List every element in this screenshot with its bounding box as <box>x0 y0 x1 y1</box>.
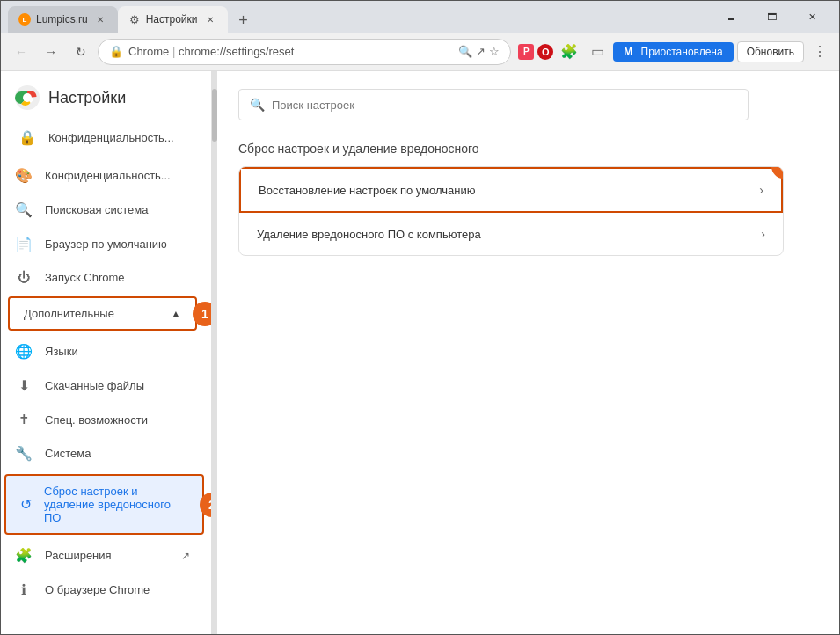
restore-arrow-icon: › <box>759 183 763 197</box>
sidebar-item-reset[interactable]: ↺ Сброс настроек и удаление вредоносного… <box>4 474 204 535</box>
advanced-label: Дополнительные <box>24 307 114 320</box>
external-link-icon: ↗ <box>181 550 190 562</box>
sidebar-item-extensions[interactable]: 🧩 Расширения ↗ <box>1 538 204 573</box>
sidebar-title: Настройки <box>48 89 126 107</box>
tab-favicon-lumpics: L <box>18 13 31 26</box>
profile-button[interactable]: M Приостановлена <box>613 42 733 62</box>
chrome-logo-icon <box>15 85 40 110</box>
sidebar-item-accessibility[interactable]: ✝ Спец. возможности <box>1 403 204 436</box>
menu-icon[interactable]: ⋮ <box>807 40 832 64</box>
tab-title-settings: Настройки <box>146 13 198 26</box>
appearance-icon: 🎨 <box>15 167 33 184</box>
sidebar-scrollbar[interactable] <box>212 71 217 634</box>
maximize-button[interactable]: 🗖 <box>751 1 792 33</box>
sidebar-item-search[interactable]: 🔍 Поисковая система <box>1 193 204 227</box>
privacy-icon: 🔒 <box>18 129 36 146</box>
accessibility-icon: ✝ <box>15 412 33 427</box>
settings-row-malware[interactable]: Удаление вредоносного ПО с компьютера › <box>239 213 783 255</box>
sidebar-item-startup[interactable]: ⏻ Запуск Chrome <box>1 261 204 293</box>
tab-lumpics[interactable]: L Lumpics.ru ✕ <box>8 6 118 33</box>
share-icon[interactable]: ↗ <box>476 45 486 58</box>
sidebar-item-languages[interactable]: 🌐 Языки <box>1 334 204 369</box>
main-layout: Настройки 🔒 Конфиденциальность... 🎨 Конф… <box>1 71 839 634</box>
content-section-title: Сброс настроек и удаление вредоносного <box>238 142 818 156</box>
downloads-icon: ⬇ <box>15 377 33 394</box>
minimize-button[interactable]: 🗕 <box>711 1 751 33</box>
sidebar-item-downloads[interactable]: ⬇ Скачанные файлы <box>1 369 204 403</box>
sidebar-item-browser[interactable]: 📄 Браузер по умолчанию <box>1 227 204 261</box>
row1-wrapper: Восстановление настроек по умолчанию › 3 <box>239 167 783 213</box>
profile-letter: M <box>624 46 632 58</box>
privacy-label: Конфиденциальность... <box>48 131 174 144</box>
tab-title-lumpics: Lumpics.ru <box>36 13 88 26</box>
back-button[interactable]: ← <box>8 39 34 65</box>
system-label: Система <box>45 447 91 460</box>
tab-close-lumpics[interactable]: ✕ <box>93 12 107 26</box>
settings-row-restore[interactable]: Восстановление настроек по умолчанию › <box>239 167 783 213</box>
languages-label: Языки <box>45 345 78 358</box>
pocket-icon[interactable]: P <box>518 44 534 60</box>
browser-window: L Lumpics.ru ✕ ⚙ Настройки ✕ + 🗕 🗖 ✕ ← →… <box>0 0 840 635</box>
opera-icon[interactable]: O <box>537 44 553 60</box>
sidebar-scrollbar-thumb <box>212 89 217 142</box>
tab-favicon-settings: ⚙ <box>128 13 141 26</box>
section-title-text: Сброс настроек и удаление вредоносного <box>238 142 479 156</box>
languages-icon: 🌐 <box>15 343 33 360</box>
settings-card-wrapper: Восстановление настроек по умолчанию › 3… <box>238 166 784 256</box>
nav-bar: ← → ↻ 🔒 Chrome | chrome://settings/reset… <box>1 33 839 71</box>
appearance-label: Конфиденциальность... <box>45 169 171 182</box>
address-separator: | <box>172 45 179 58</box>
browser-icon: 📄 <box>15 236 33 252</box>
reload-button[interactable]: ↻ <box>68 39 94 65</box>
reset-icon: ↺ <box>20 496 32 513</box>
system-icon: 🔧 <box>15 445 33 462</box>
update-button[interactable]: Обновить <box>737 41 804 62</box>
new-tab-button[interactable]: + <box>231 8 256 33</box>
tab-close-settings[interactable]: ✕ <box>203 12 217 26</box>
sidebar-icon[interactable]: ▭ <box>585 40 610 64</box>
sidebar: Настройки 🔒 Конфиденциальность... 🎨 Конф… <box>1 71 212 634</box>
address-bar[interactable]: 🔒 Chrome | chrome://settings/reset 🔍 ↗ ☆ <box>98 39 511 65</box>
close-button[interactable]: ✕ <box>792 1 832 33</box>
malware-text: Удаление вредоносного ПО с компьютера <box>257 228 761 241</box>
about-label: О браузере Chrome <box>45 583 150 596</box>
sidebar-item-system[interactable]: 🔧 Система <box>1 436 204 471</box>
restore-text: Восстановление настроек по умолчанию <box>259 184 759 197</box>
about-icon: ℹ <box>15 581 33 598</box>
search-label: Поисковая система <box>45 203 149 216</box>
address-actions: 🔍 ↗ ☆ <box>458 45 500 58</box>
search-bar-icon: 🔍 <box>250 98 265 112</box>
address-bar-text: Chrome | chrome://settings/reset <box>128 45 453 58</box>
bookmark-icon[interactable]: ☆ <box>489 45 500 58</box>
address-domain: Chrome <box>128 45 169 58</box>
browser-label: Браузер по умолчанию <box>45 237 167 251</box>
search-sidebar-icon: 🔍 <box>15 201 33 218</box>
forward-button[interactable]: → <box>38 39 64 65</box>
address-bar-lock-icon: 🔒 <box>109 45 123 58</box>
title-bar: L Lumpics.ru ✕ ⚙ Настройки ✕ + 🗕 🗖 ✕ <box>1 1 839 33</box>
startup-icon: ⏻ <box>15 270 33 284</box>
extensions-sidebar-icon: 🧩 <box>15 547 33 564</box>
address-path: chrome://settings/reset <box>179 45 295 58</box>
sidebar-item-advanced[interactable]: Дополнительные ▲ <box>8 296 197 331</box>
settings-card: Восстановление настроек по умолчанию › 3… <box>238 166 784 256</box>
svg-point-2 <box>23 93 32 102</box>
advanced-chevron-icon: ▲ <box>171 308 181 320</box>
search-icon[interactable]: 🔍 <box>458 45 472 58</box>
sidebar-header: Настройки <box>1 71 211 117</box>
sidebar-privacy-item[interactable]: 🔒 Конфиденциальность... <box>1 117 211 158</box>
downloads-label: Скачанные файлы <box>45 379 144 392</box>
settings-search-input[interactable] <box>272 99 737 112</box>
extensions-label: Расширения <box>45 549 112 562</box>
sidebar-item-appearance[interactable]: 🎨 Конфиденциальность... <box>1 158 204 193</box>
tab-settings[interactable]: ⚙ Настройки ✕ <box>118 6 228 33</box>
reset-section: ↺ Сброс настроек и удаление вредоносного… <box>1 474 211 535</box>
settings-search-bar: 🔍 <box>238 89 749 120</box>
profile-label: Приостановлена <box>641 46 723 58</box>
annotation-badge-1: 1 <box>193 302 212 326</box>
startup-label: Запуск Chrome <box>45 271 125 284</box>
sidebar-item-about[interactable]: ℹ О браузере Chrome <box>1 573 204 607</box>
accessibility-label: Спец. возможности <box>45 413 148 427</box>
toolbar-right: P O 🧩 ▭ M Приостановлена Обновить ⋮ <box>518 40 832 64</box>
extensions-icon[interactable]: 🧩 <box>557 40 581 64</box>
